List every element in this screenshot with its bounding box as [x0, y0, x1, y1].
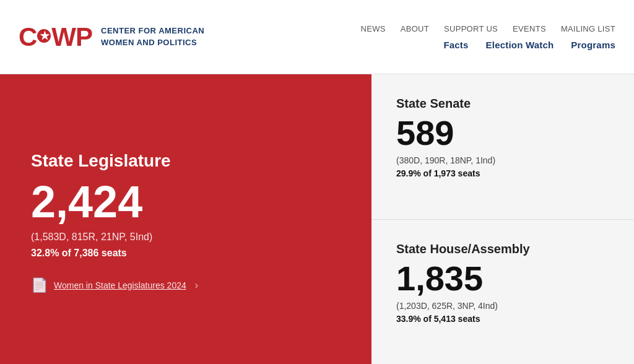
- logo-star: ★: [37, 29, 51, 43]
- state-house-percentage: 33.9% of 5,413 seats: [396, 314, 609, 324]
- legislature-report-link[interactable]: Women in State Legislatures 2024: [54, 280, 186, 290]
- state-house-number: 1,835: [396, 261, 609, 296]
- logo-subtitle: CENTER FOR AMERICAN WOMEN AND POLITICS: [101, 25, 204, 48]
- nav-mailing-list[interactable]: MAILING LIST: [561, 24, 615, 33]
- state-house-block: State House/Assembly 1,835 (1,203D, 625R…: [371, 220, 634, 365]
- state-legislature-heading: State Legislature: [31, 151, 341, 171]
- right-panel: State Senate 589 (380D, 190R, 18NP, 1Ind…: [371, 74, 634, 364]
- content-area: State Legislature 2,424 (1,583D, 815R, 2…: [0, 74, 634, 364]
- nav-area: NEWS ABOUT SUPPORT US EVENTS MAILING LIS…: [361, 24, 616, 50]
- logo-subtitle-line2: WOMEN AND POLITICS: [101, 38, 197, 47]
- logo-acronym: C★WP: [19, 24, 92, 50]
- state-legislature-number: 2,424: [31, 180, 341, 224]
- state-senate-number: 589: [396, 116, 609, 150]
- logo-subtitle-line1: CENTER FOR AMERICAN: [101, 26, 204, 35]
- chevron-right-icon: ›: [195, 280, 198, 291]
- state-house-heading: State House/Assembly: [396, 242, 609, 256]
- nav-facts[interactable]: Facts: [443, 40, 468, 50]
- nav-about[interactable]: ABOUT: [401, 24, 429, 33]
- header: C★WP CENTER FOR AMERICAN WOMEN AND POLIT…: [0, 0, 634, 74]
- state-legislature-percentage: 32.8% of 7,386 seats: [31, 248, 341, 259]
- nav-events[interactable]: EVENTS: [513, 24, 546, 33]
- legislature-link-row: 📄 Women in State Legislatures 2024 ›: [31, 277, 341, 293]
- nav-programs[interactable]: Programs: [571, 40, 615, 50]
- nav-news[interactable]: NEWS: [361, 24, 386, 33]
- state-legislature-panel: State Legislature 2,424 (1,583D, 815R, 2…: [0, 74, 371, 364]
- state-senate-breakdown: (380D, 190R, 18NP, 1Ind): [396, 155, 609, 165]
- state-house-breakdown: (1,203D, 625R, 3NP, 4Ind): [396, 301, 609, 311]
- state-senate-percentage: 29.9% of 1,973 seats: [396, 168, 609, 178]
- state-senate-heading: State Senate: [396, 97, 609, 111]
- top-nav: NEWS ABOUT SUPPORT US EVENTS MAILING LIS…: [361, 24, 616, 33]
- nav-election-watch[interactable]: Election Watch: [486, 40, 554, 50]
- main-nav: Facts Election Watch Programs: [443, 40, 615, 50]
- state-legislature-breakdown: (1,583D, 815R, 21NP, 5Ind): [31, 232, 341, 243]
- state-senate-block: State Senate 589 (380D, 190R, 18NP, 1Ind…: [371, 74, 634, 220]
- nav-support-us[interactable]: SUPPORT US: [444, 24, 498, 33]
- logo-area: C★WP CENTER FOR AMERICAN WOMEN AND POLIT…: [19, 24, 204, 50]
- document-icon: 📄: [31, 277, 48, 293]
